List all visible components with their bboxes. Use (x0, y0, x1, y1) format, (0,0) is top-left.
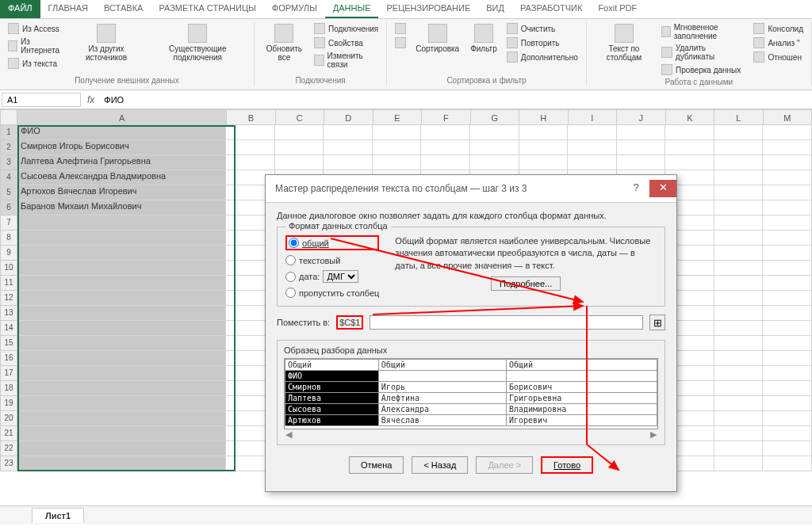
remove-dup-button[interactable]: Удалить дубликаты (660, 43, 747, 62)
col-header[interactable]: E (373, 109, 423, 125)
more-button[interactable]: Подробнее... (491, 276, 561, 291)
row-header[interactable]: 18 (0, 381, 17, 396)
cell[interactable] (763, 441, 812, 456)
name-box[interactable] (2, 93, 81, 107)
cell[interactable] (714, 276, 764, 291)
col-header[interactable]: M (764, 109, 812, 125)
finish-button[interactable]: Готово (541, 456, 593, 474)
text-to-columns-button[interactable]: Текст по столбцам (593, 22, 655, 63)
preview-table[interactable]: ОбщийОбщийОбщийФИОСмирновИгорьБорисовичЛ… (284, 358, 658, 429)
cell[interactable] (275, 155, 324, 170)
cell[interactable] (714, 261, 764, 276)
row-header[interactable]: 16 (0, 351, 17, 366)
cell[interactable] (324, 125, 373, 140)
cell[interactable] (763, 276, 812, 291)
row-header[interactable]: 23 (0, 456, 17, 471)
refresh-all-button[interactable]: Обновить все (261, 22, 308, 63)
cell[interactable]: ФИО (17, 125, 226, 140)
radio-text[interactable]: текстовый (285, 255, 379, 265)
col-header[interactable]: C (276, 109, 325, 125)
cell[interactable] (714, 321, 764, 336)
tab-home[interactable]: ГЛАВНАЯ (40, 0, 96, 18)
row-header[interactable]: 11 (0, 276, 17, 291)
connections-button[interactable]: Подключения (312, 22, 380, 35)
row-header[interactable]: 10 (0, 261, 17, 276)
cell[interactable] (617, 155, 666, 170)
cell[interactable] (763, 366, 812, 381)
col-header[interactable]: I (569, 109, 618, 125)
row-header[interactable]: 5 (0, 185, 17, 200)
cell[interactable] (324, 155, 373, 170)
row-header[interactable]: 15 (0, 336, 17, 351)
cell[interactable] (714, 246, 764, 261)
cell[interactable] (17, 321, 226, 336)
cell[interactable] (421, 140, 470, 155)
radio-general-input[interactable] (289, 238, 299, 248)
cell[interactable] (568, 140, 617, 155)
cell[interactable] (17, 351, 226, 366)
cell[interactable] (17, 336, 226, 351)
cell[interactable] (714, 396, 764, 411)
cell[interactable] (714, 456, 764, 471)
cell[interactable] (226, 125, 275, 140)
cell[interactable] (17, 441, 226, 456)
whatif-button[interactable]: Анализ " (752, 36, 805, 49)
properties-button[interactable]: Свойства (312, 36, 380, 49)
cell[interactable] (763, 246, 812, 261)
cell[interactable] (665, 155, 714, 170)
radio-text-input[interactable] (285, 255, 296, 265)
cell[interactable] (470, 125, 519, 140)
cell[interactable]: Лаптева Алефтина Григорьевна (17, 155, 226, 170)
fx-icon[interactable]: fx (82, 94, 99, 105)
clear-button[interactable]: Очистить (505, 22, 580, 35)
row-header[interactable]: 12 (0, 291, 17, 306)
cell[interactable]: Артюхов Вячеслав Игоревич (17, 185, 226, 200)
scroll-left-icon[interactable]: ◀ (285, 429, 292, 440)
row-header[interactable]: 8 (0, 231, 17, 246)
back-button[interactable]: < Назад (412, 456, 468, 474)
cell[interactable] (763, 291, 812, 306)
cell[interactable]: Баранов Михаил Михайлович (17, 200, 226, 215)
consolidate-button[interactable]: Консолид (752, 22, 805, 35)
col-header[interactable]: D (324, 109, 373, 125)
cell[interactable] (763, 215, 812, 231)
cell[interactable] (763, 231, 812, 246)
cell[interactable]: Сысоева Александра Владмировна (17, 170, 226, 185)
cell[interactable] (763, 411, 812, 426)
tab-layout[interactable]: РАЗМЕТКА СТРАНИЦЫ (151, 0, 263, 18)
scroll-right-icon[interactable]: ▶ (650, 429, 657, 440)
radio-skip[interactable]: пропустить столбец (285, 288, 379, 298)
cell[interactable] (714, 351, 764, 366)
cell[interactable] (714, 306, 764, 321)
sheet-tab-1[interactable]: Лист1 (32, 508, 84, 523)
cell[interactable] (714, 336, 764, 351)
cell[interactable] (324, 140, 373, 155)
cell[interactable] (714, 411, 764, 426)
cell[interactable] (17, 426, 226, 441)
radio-date[interactable]: дата:ДМГ (285, 270, 379, 283)
cell[interactable] (714, 185, 764, 200)
cell[interactable] (763, 306, 812, 321)
formula-input[interactable] (99, 93, 812, 106)
row-header[interactable]: 9 (0, 246, 17, 261)
cell[interactable] (519, 140, 569, 155)
help-button[interactable]: ? (622, 180, 649, 197)
select-all-corner[interactable] (0, 109, 17, 125)
edit-links-button[interactable]: Изменить связи (312, 51, 380, 70)
col-header[interactable]: F (422, 109, 471, 125)
cell[interactable] (617, 140, 666, 155)
cell[interactable] (763, 396, 812, 411)
col-header[interactable]: B (227, 109, 276, 125)
cell[interactable] (373, 125, 422, 140)
close-button[interactable]: ✕ (649, 180, 676, 197)
cell[interactable] (17, 215, 226, 231)
cell[interactable] (714, 426, 764, 441)
cell[interactable] (17, 291, 226, 306)
cell[interactable] (17, 411, 226, 426)
cell[interactable] (714, 231, 764, 246)
cell[interactable] (714, 366, 764, 381)
cell[interactable] (470, 155, 519, 170)
col-header[interactable]: A (17, 109, 227, 125)
row-header[interactable]: 20 (0, 411, 17, 426)
cell[interactable] (373, 155, 422, 170)
